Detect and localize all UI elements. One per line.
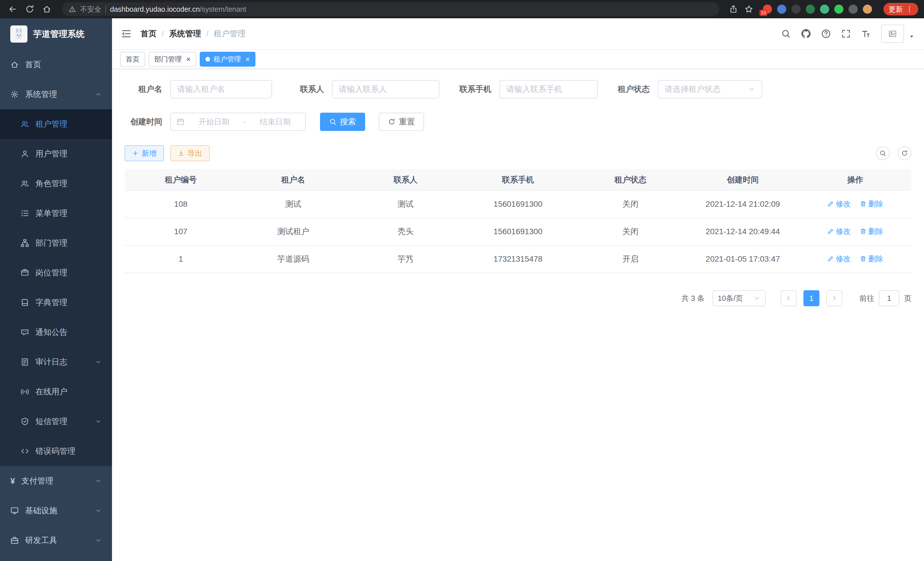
sidebar-item[interactable]: 字典管理 bbox=[0, 288, 112, 317]
sidebar-menu: 首页系统管理租户管理用户管理角色管理菜单管理部门管理岗位管理字典管理通知公告审计… bbox=[0, 50, 112, 561]
close-icon[interactable]: × bbox=[245, 56, 250, 63]
next-page-button[interactable] bbox=[826, 290, 842, 306]
sidebar-item[interactable]: 研发工具 bbox=[0, 526, 112, 555]
extensions-puzzle-icon[interactable] bbox=[849, 5, 858, 14]
extension-dark-icon[interactable] bbox=[791, 5, 801, 14]
collapse-sidebar-icon[interactable] bbox=[121, 29, 131, 39]
edit-link[interactable]: 修改 bbox=[827, 199, 850, 209]
breadcrumb-item[interactable]: 首页 bbox=[141, 28, 157, 39]
sidebar-item-label: 研发工具 bbox=[25, 535, 57, 546]
delete-link[interactable]: 删除 bbox=[860, 199, 883, 209]
sidebar-item[interactable]: 通知公告 bbox=[0, 317, 112, 347]
browser-home-icon[interactable] bbox=[40, 2, 54, 16]
page-size-select[interactable]: 10条/页 bbox=[712, 290, 766, 306]
tab-item[interactable]: 首页 bbox=[120, 52, 145, 67]
bookmark-star-icon[interactable] bbox=[745, 5, 753, 14]
reset-button-label: 重置 bbox=[399, 116, 415, 127]
page-unit-label: 页 bbox=[904, 293, 911, 303]
search-icon[interactable] bbox=[781, 29, 791, 39]
delete-link[interactable]: 删除 bbox=[860, 226, 883, 236]
user-avatar[interactable] bbox=[881, 25, 904, 43]
sidebar-item[interactable]: 部门管理 bbox=[0, 228, 112, 258]
app-title: 芋道管理系统 bbox=[33, 28, 85, 40]
table-cell: 秃头 bbox=[350, 218, 462, 245]
sidebar-item[interactable]: 系统管理 bbox=[0, 80, 112, 109]
github-icon[interactable] bbox=[801, 29, 811, 39]
edit-link[interactable]: 修改 bbox=[827, 226, 850, 236]
add-button[interactable]: 新增 bbox=[124, 145, 164, 161]
sidebar-item[interactable]: 租户管理 bbox=[0, 109, 112, 139]
share-icon[interactable] bbox=[729, 5, 738, 14]
url-path: /system/tenant bbox=[200, 5, 246, 13]
browser-menu-icon[interactable] bbox=[906, 5, 913, 13]
column-header: 创建时间 bbox=[687, 169, 799, 190]
table-cell: 1 bbox=[124, 245, 237, 273]
status-filter: 租户状态 请选择租户状态 bbox=[612, 80, 762, 98]
sidebar-item[interactable]: 菜单管理 bbox=[0, 199, 112, 228]
font-size-icon[interactable] bbox=[861, 29, 871, 39]
date-end-placeholder: 结束日期 bbox=[251, 117, 300, 127]
sidebar-item[interactable]: 岗位管理 bbox=[0, 258, 112, 288]
sidebar-item[interactable]: 用户管理 bbox=[0, 139, 112, 169]
page-number-1[interactable]: 1 bbox=[803, 290, 819, 306]
phone-input[interactable] bbox=[500, 80, 598, 98]
breadcrumb-item[interactable]: 系统管理 bbox=[169, 28, 201, 39]
tenant-name-input[interactable] bbox=[170, 80, 272, 98]
url-host: dashboard.yudao.iocoder.cn bbox=[110, 5, 200, 13]
create-time-range-picker[interactable]: 开始日期 - 结束日期 bbox=[170, 113, 306, 131]
sidebar-item[interactable]: 错误码管理 bbox=[0, 436, 112, 466]
table-cell: 107 bbox=[124, 218, 237, 245]
sidebar-item[interactable]: 在线用户 bbox=[0, 377, 112, 407]
extension-green-icon[interactable] bbox=[806, 5, 815, 14]
sidebar-item[interactable]: 首页 bbox=[0, 50, 112, 80]
trash-icon bbox=[860, 228, 867, 235]
edit-link[interactable]: 修改 bbox=[827, 254, 850, 264]
trash-icon bbox=[860, 255, 867, 262]
profile-avatar[interactable] bbox=[863, 5, 872, 14]
calendar-icon bbox=[177, 118, 184, 126]
sidebar-item[interactable]: ¥支付管理 bbox=[0, 466, 112, 496]
sidebar-item[interactable]: 短信管理 bbox=[0, 407, 112, 436]
chevron-down-icon bbox=[95, 359, 102, 365]
help-icon[interactable] bbox=[821, 29, 831, 39]
status-select[interactable]: 请选择租户状态 bbox=[658, 80, 762, 98]
prev-page-button[interactable] bbox=[781, 290, 796, 306]
address-bar[interactable]: 不安全 dashboard.yudao.iocoder.cn/system/te… bbox=[62, 2, 719, 16]
sidebar-item[interactable]: 角色管理 bbox=[0, 169, 112, 199]
extension-blue-icon[interactable] bbox=[777, 5, 786, 14]
close-icon[interactable]: × bbox=[186, 56, 190, 63]
trash-icon bbox=[860, 200, 867, 207]
contact-input[interactable] bbox=[332, 80, 440, 98]
goto-page-input[interactable] bbox=[879, 290, 899, 306]
extension-chat-icon[interactable] bbox=[834, 5, 843, 14]
sidebar-item[interactable]: 审计日志 bbox=[0, 347, 112, 377]
sidebar-item[interactable]: 基础设施 bbox=[0, 496, 112, 526]
security-chip[interactable]: 不安全 bbox=[80, 5, 101, 14]
browser-back-icon[interactable] bbox=[6, 2, 20, 16]
toggle-search-button[interactable] bbox=[876, 146, 890, 160]
fullscreen-icon[interactable] bbox=[841, 29, 851, 39]
chevron-down-icon bbox=[95, 537, 102, 544]
search-button[interactable]: 搜索 bbox=[320, 113, 365, 131]
delete-link[interactable]: 删除 bbox=[860, 254, 883, 264]
search-icon bbox=[329, 118, 337, 126]
audit-log-icon bbox=[21, 358, 29, 366]
tenant-name-filter: 租户名 bbox=[124, 80, 272, 98]
avatar-caret-down-icon[interactable] bbox=[909, 33, 915, 39]
extension-vue-icon[interactable] bbox=[820, 5, 829, 14]
app-logo[interactable]: 芋道管理系统 bbox=[0, 18, 112, 50]
export-button[interactable]: 导出 bbox=[170, 145, 210, 161]
reset-button[interactable]: 重置 bbox=[379, 113, 424, 131]
sidebar-item-label: 部门管理 bbox=[35, 238, 68, 248]
add-button-label: 新增 bbox=[142, 148, 157, 158]
yen-icon: ¥ bbox=[10, 477, 15, 485]
date-separator: - bbox=[243, 117, 246, 126]
tab-item[interactable]: 部门管理× bbox=[148, 52, 196, 67]
tab-item[interactable]: 租户管理× bbox=[200, 52, 255, 67]
user-icon bbox=[21, 150, 29, 158]
update-button[interactable]: 更新 bbox=[884, 3, 918, 15]
refresh-table-button[interactable] bbox=[898, 146, 911, 160]
browser-reload-icon[interactable] bbox=[23, 2, 37, 16]
topbar-actions bbox=[781, 25, 915, 43]
extension-colorful-icon[interactable]: 10 bbox=[763, 5, 772, 14]
